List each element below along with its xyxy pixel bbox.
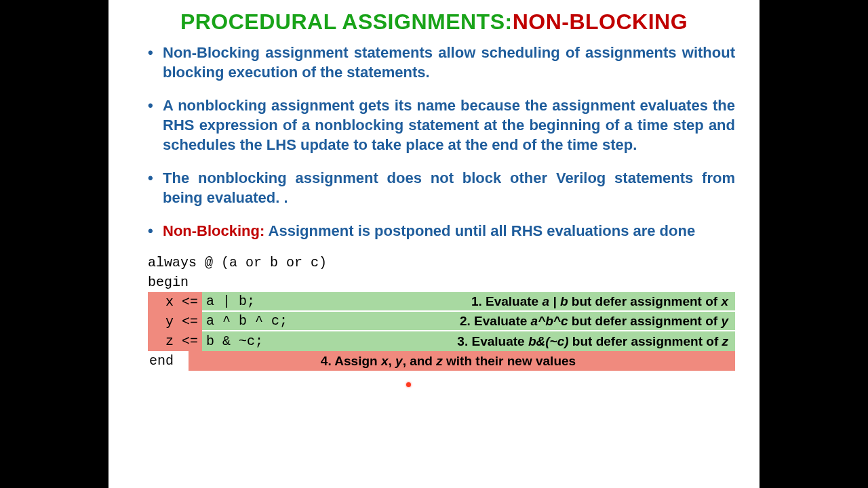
code-row-final: end 4. Assign x, y, and z with their new… bbox=[148, 351, 735, 371]
code-row-1: x <= a | b; 1. Evaluate a | b but defer … bbox=[148, 292, 735, 312]
note-2: 2. Evaluate a^b^c but defer assignment o… bbox=[324, 312, 735, 331]
code-header: always @ (a or b or c) bbox=[148, 253, 735, 272]
bullet-4: Non-Blocking: Assignment is postponed un… bbox=[148, 221, 735, 241]
note-1: 1. Evaluate a | b but defer assignment o… bbox=[324, 292, 735, 312]
bullet-list: Non-Blocking assignment statements allow… bbox=[133, 43, 735, 241]
lhs-2: y <= bbox=[148, 312, 202, 331]
rhs-3: b & ~c; bbox=[202, 331, 324, 351]
code-begin: begin bbox=[148, 272, 735, 292]
slide-title: PROCEDURAL ASSIGNMENTS:NON-BLOCKING bbox=[133, 9, 735, 35]
code-end: end bbox=[148, 351, 189, 371]
note-3: 3. Evaluate b&(~c) but defer assignment … bbox=[324, 331, 735, 351]
bullet-3: The nonblocking assignment does not bloc… bbox=[148, 168, 735, 207]
rhs-2: a ^ b ^ c; bbox=[202, 312, 324, 331]
bullet-1: Non-Blocking assignment statements allow… bbox=[148, 43, 735, 82]
bullet-2: A nonblocking assignment gets its name b… bbox=[148, 96, 735, 155]
note-4: 4. Assign x, y, and z with their new val… bbox=[189, 351, 735, 371]
slide: PROCEDURAL ASSIGNMENTS:NON-BLOCKING Non-… bbox=[108, 0, 760, 488]
bullet-4-prefix: Non-Blocking: bbox=[163, 222, 264, 239]
rhs-1: a | b; bbox=[202, 292, 324, 312]
code-row-3: z <= b & ~c; 3. Evaluate b&(~c) but defe… bbox=[148, 331, 735, 351]
code-example: always @ (a or b or c) begin x <= a | b;… bbox=[148, 253, 735, 371]
lhs-3: z <= bbox=[148, 331, 202, 351]
bullet-4-rest: Assignment is postponed until all RHS ev… bbox=[264, 222, 695, 239]
lhs-1: x <= bbox=[148, 292, 202, 312]
code-row-2: y <= a ^ b ^ c; 2. Evaluate a^b^c but de… bbox=[148, 312, 735, 331]
title-part-1: PROCEDURAL ASSIGNMENTS: bbox=[180, 9, 513, 34]
laser-pointer-icon bbox=[406, 382, 411, 387]
title-part-2: NON-BLOCKING bbox=[513, 9, 688, 34]
